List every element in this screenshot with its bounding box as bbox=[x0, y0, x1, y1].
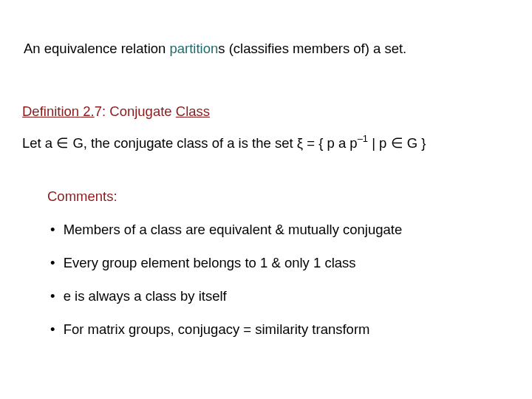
let-line: Let a ∈ G, the conjugate class of a is t… bbox=[22, 134, 426, 151]
element-of-2: ∈ bbox=[391, 135, 403, 151]
exponent: –1 bbox=[358, 133, 368, 144]
bullet-2: • Every group element belongs to 1 & onl… bbox=[50, 255, 356, 271]
bullet-dot-3: • bbox=[50, 288, 55, 304]
bullet-dot-4: • bbox=[50, 321, 55, 337]
let-post2: G } bbox=[403, 135, 426, 151]
def-label-pre: Definition 2. bbox=[22, 103, 95, 119]
bullet-text-2: Every group element belongs to 1 & only … bbox=[64, 255, 356, 270]
slide: An equivalence relation partitions (clas… bbox=[0, 0, 532, 399]
def-class-word: Class bbox=[176, 103, 210, 119]
let-mid: G, the conjugate class of a is the set ξ… bbox=[69, 135, 357, 151]
bullet-3: • e is always a class by itself bbox=[50, 288, 227, 304]
intro-line: An equivalence relation partitions (clas… bbox=[24, 41, 406, 57]
bullet-1: • Members of a class are equivalent & mu… bbox=[50, 222, 402, 238]
bullet-4: • For matrix groups, conjugacy = similar… bbox=[50, 321, 369, 338]
element-of-1: ∈ bbox=[56, 135, 69, 151]
let-pre: Let a bbox=[22, 135, 56, 151]
bullet-text-1: Members of a class are equivalent & mutu… bbox=[64, 222, 403, 237]
bullet-dot-1: • bbox=[50, 222, 55, 237]
intro-post: s (classifies members of) a set. bbox=[218, 41, 406, 56]
partition-word: partition bbox=[169, 41, 218, 56]
bullet-text-4: For matrix groups, conjugacy = similarit… bbox=[64, 321, 370, 337]
bullet-text-3: e is always a class by itself bbox=[64, 288, 227, 304]
definition-heading: Definition 2.7: Conjugate Class bbox=[22, 103, 210, 120]
let-post1: | p bbox=[368, 135, 391, 151]
bullet-dot-2: • bbox=[50, 255, 55, 270]
comments-label: Comments: bbox=[47, 188, 117, 205]
intro-pre: An equivalence relation bbox=[24, 41, 169, 56]
def-label-post: : Conjugate bbox=[102, 103, 176, 119]
def-label-num: 7 bbox=[95, 103, 102, 119]
